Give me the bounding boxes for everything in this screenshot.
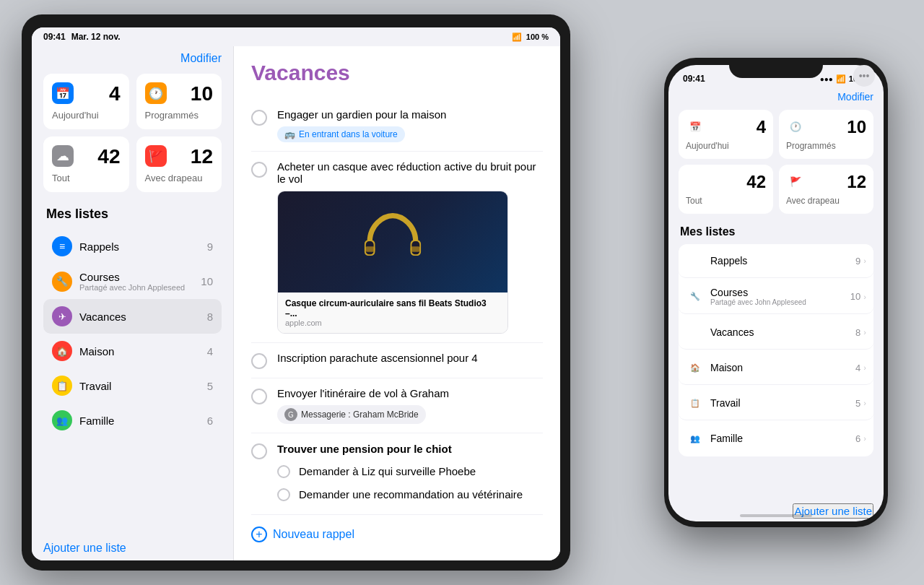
sidebar-item-travail[interactable]: 📋 Travail 5 [43, 368, 222, 403]
iphone-modifier-button[interactable]: Modifier [837, 91, 873, 103]
famille-icon: 👥 [52, 410, 72, 430]
all-icon: ☁ [52, 145, 74, 167]
scheduled-count: 10 [191, 82, 213, 105]
reminder-5-title: Trouver une pension pour le chiot [277, 443, 543, 455]
iphone-travail-name: Travail [710, 397, 855, 409]
sidebar-item-vacances[interactable]: ✈ Vacances 8 [43, 299, 222, 334]
rappels-icon: ≡ [52, 236, 72, 256]
mes-listes-title: Mes listes [43, 207, 222, 222]
reminder-5-checkbox[interactable] [251, 443, 267, 459]
message-avatar: G [284, 408, 297, 421]
iphone-content: Modifier 📅 4 Aujourd'hui 🕐 10 [668, 87, 884, 498]
iphone-stat-flagged[interactable]: 🚩 12 Avec drapeau [779, 165, 873, 214]
iphone-stat-today[interactable]: 📅 4 Aujourd'hui [679, 110, 773, 159]
ellipsis-button[interactable]: ••• [853, 65, 875, 87]
ipad-screen: 09:41 Mar. 12 nov. 📶 100 % Modifier [32, 27, 560, 560]
iphone-item-rappels[interactable]: ≡ Rappels 9 › [679, 244, 873, 278]
flagged-icon: 🚩 [145, 145, 167, 167]
iphone-item-famille[interactable]: 👥 Famille 6 › [679, 422, 873, 455]
stat-card-scheduled[interactable]: 🕐 10 Programmés [136, 74, 222, 129]
iphone-screen: 09:41 ●●● 📶 100% Modifier 📅 4 [668, 65, 884, 521]
iphone-vacances-count: 8 [855, 327, 860, 338]
all-count: 42 [97, 145, 120, 168]
rappels-name: Rappels [79, 240, 207, 253]
flagged-label: Avec drapeau [145, 173, 214, 183]
sidebar-item-famille[interactable]: 👥 Famille 6 [43, 403, 222, 438]
iphone-famille-icon: 👥 [686, 429, 705, 448]
famille-count: 6 [207, 415, 213, 427]
sidebar-item-courses[interactable]: 🔧 Courses Partagé avec John Appleseed 10 [43, 264, 222, 299]
iphone-item-maison[interactable]: 🏠 Maison 4 › [679, 351, 873, 385]
reminder-3-checkbox[interactable] [251, 353, 267, 369]
courses-name: Courses [79, 271, 201, 283]
iphone-header: Modifier [679, 91, 873, 103]
iphone-rappels-icon: ≡ [686, 251, 705, 270]
ipad-device: 09:41 Mar. 12 nov. 📶 100 % Modifier [22, 14, 570, 571]
scheduled-icon: 🕐 [145, 82, 167, 104]
iphone-courses-subtitle: Partagé avec John Appleseed [710, 298, 850, 306]
stat-card-all[interactable]: ☁ 42 Tout [43, 136, 129, 192]
ipad-battery: 100 % [526, 32, 549, 41]
iphone-famille-name: Famille [710, 433, 855, 444]
travail-icon: 📋 [52, 376, 72, 396]
sidebar-item-maison[interactable]: 🏠 Maison 4 [43, 334, 222, 368]
iphone-stat-all[interactable]: ☁ 42 Tout [679, 165, 773, 214]
add-list-button[interactable]: Ajouter une liste [43, 542, 126, 555]
iphone-flagged-icon: 🚩 [786, 172, 805, 191]
iphone-list-items: ≡ Rappels 9 › 🔧 [679, 244, 873, 456]
reminder-1-checkbox[interactable] [251, 110, 267, 126]
iphone-stats-grid: 📅 4 Aujourd'hui 🕐 10 Programmés [679, 110, 873, 214]
iphone-courses-chevron: › [863, 292, 866, 301]
stat-card-flagged[interactable]: 🚩 12 Avec drapeau [136, 136, 222, 192]
iphone-wifi-icon: 📶 [836, 74, 846, 84]
rappels-count: 9 [207, 240, 213, 253]
iphone-maison-chevron: › [863, 363, 866, 372]
iphone-time: 09:41 [683, 74, 705, 84]
iphone-footer: Ajouter une liste [668, 498, 884, 521]
svg-rect-4 [365, 246, 375, 251]
iphone-mes-listes-title: Mes listes [679, 225, 873, 238]
vacances-icon: ✈ [52, 306, 72, 326]
iphone-item-courses[interactable]: 🔧 Courses Partagé avec John Appleseed 10… [679, 280, 873, 314]
plus-circle-icon: + [251, 526, 267, 542]
sub-reminder-1: Demander à Liz qui surveille Phoebe [251, 459, 543, 482]
reminder-3-title: Inscription parachute ascensionnel pour … [277, 352, 543, 364]
ipad-wifi-icon: 📶 [512, 32, 522, 42]
sub-reminder-2-checkbox[interactable] [277, 488, 290, 501]
reminder-1-title: Engager un gardien pour la maison [277, 108, 543, 121]
reminder-4-tag[interactable]: G Messagerie : Graham McBride [277, 405, 426, 424]
new-reminder-button[interactable]: + Nouveau rappel [251, 515, 543, 554]
iphone-scheduled-icon: 🕐 [786, 117, 805, 136]
iphone-notch [729, 58, 823, 78]
iphone-maison-icon: 🏠 [686, 358, 705, 377]
iphone-courses-count: 10 [850, 291, 860, 302]
iphone-item-travail[interactable]: 📋 Travail 5 › [679, 386, 873, 420]
reminder-1-tag-text: En entrant dans la voiture [299, 129, 398, 139]
reminder-4-checkbox[interactable] [251, 389, 267, 404]
sidebar-header: Modifier [43, 52, 222, 65]
sub-reminder-1-checkbox[interactable] [277, 465, 290, 478]
travail-count: 5 [207, 380, 213, 392]
iphone-today-count: 4 [757, 117, 766, 137]
ipad-date: Mar. 12 nov. [71, 32, 121, 42]
attachment-card[interactable]: Casque circum-auriculaire sans fil Beats… [277, 191, 508, 334]
iphone-stat-scheduled[interactable]: 🕐 10 Programmés [779, 110, 873, 159]
maison-name: Maison [79, 345, 207, 358]
iphone-courses-name: Courses [710, 287, 850, 298]
reminder-4-tag-text: Messagerie : Graham McBride [301, 410, 419, 420]
iphone-item-vacances[interactable]: ✈ Vacances 8 › [679, 316, 873, 350]
ipad-content: Modifier 📅 4 Aujourd'hui [32, 46, 560, 560]
ellipsis-icon: ••• [859, 70, 870, 82]
reminder-1-tag[interactable]: 🚌 En entrant dans la voiture [277, 126, 405, 142]
reminder-2-checkbox[interactable] [251, 162, 267, 178]
modifier-button[interactable]: Modifier [180, 52, 222, 65]
stat-card-today[interactable]: 📅 4 Aujourd'hui [43, 74, 129, 129]
reminder-2: Acheter un casque avec réduction active … [251, 152, 543, 343]
ipad-status-right: 📶 100 % [512, 32, 549, 42]
iphone-courses-icon: 🔧 [686, 287, 705, 306]
scheduled-label: Programmés [145, 110, 214, 121]
iphone-famille-count: 6 [855, 433, 860, 444]
courses-icon: 🔧 [52, 272, 72, 292]
main-title: Vacances [251, 61, 543, 85]
sidebar-item-rappels[interactable]: ≡ Rappels 9 [43, 229, 222, 264]
